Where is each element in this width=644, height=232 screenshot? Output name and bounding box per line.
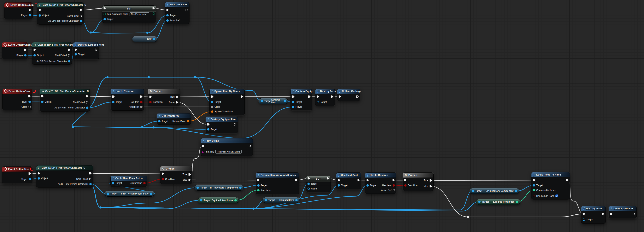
pin-out[interactable]: Equiped Item: [271, 98, 286, 104]
exec-pin-icon[interactable]: [327, 177, 329, 180]
pin-in[interactable]: Target: [200, 199, 210, 202]
exec-pin-icon[interactable]: [89, 172, 92, 174]
pin-asbp[interactable]: As BP First Person Character: [36, 60, 70, 63]
exec-pin-icon[interactable]: [68, 54, 70, 57]
object-pin-icon[interactable]: [104, 18, 106, 20]
exec-pin-icon[interactable]: [104, 7, 106, 10]
pin-in[interactable]: Target: [196, 186, 207, 189]
pin-execout[interactable]: [240, 95, 243, 98]
node-collect1[interactable]: ƒCollect Garbage: [337, 88, 360, 101]
pin-execout[interactable]: [632, 213, 635, 215]
pin-execin[interactable]: [533, 179, 535, 181]
node-header[interactable]: ↦Cast To BP_FirstPersonCharacter_C: [32, 42, 72, 47]
exec-pin-icon[interactable]: [34, 48, 36, 51]
node-header[interactable]: ƒCollect Garbage: [337, 89, 360, 94]
pin-execout[interactable]: [566, 179, 568, 181]
object-pin-icon[interactable]: [261, 100, 263, 102]
pin-execin[interactable]: [338, 179, 340, 181]
pin-out[interactable]: First Person Player State: [121, 192, 152, 195]
pin-castfailed[interactable]: Cast Failed: [76, 178, 92, 180]
pin-execin[interactable]: [211, 95, 214, 98]
variable-node-inv_pill2[interactable]: TargetBP Inventory Component: [470, 188, 519, 194]
variable-node-self[interactable]: Self: [132, 36, 157, 42]
pin-object[interactable]: Object: [39, 14, 49, 17]
node-header[interactable]: ƒCollect Garbage: [609, 206, 636, 211]
pin-out[interactable]: BP Inventory Component: [210, 186, 242, 189]
node-cast1[interactable]: ↦Cast To BP_FirstPersonCharacter_CObject…: [37, 2, 84, 24]
node-header[interactable]: ƒSwap To Hand: [165, 2, 189, 7]
variable-node-idx_pill2[interactable]: TargetEquiped Item Index: [476, 199, 520, 205]
object-pin-icon[interactable]: [292, 101, 294, 103]
node-equip[interactable]: ƒEquip Items To HandTargetConsumable Ind…: [531, 172, 570, 200]
node-destroy2[interactable]: ƒDestroy Equiped ItemTarget: [206, 116, 238, 134]
pin-actorref[interactable]: Actor Ref: [166, 19, 180, 22]
node-header[interactable]: ƒSpawn Item By Class: [210, 89, 244, 94]
exec-pin-icon[interactable]: [68, 48, 70, 51]
pin-execin[interactable]: [292, 95, 294, 98]
int-pin-icon[interactable]: [257, 189, 260, 192]
red-bind-box-icon[interactable]: [33, 90, 36, 92]
pin-execout[interactable]: [331, 95, 334, 98]
enum-pin-icon[interactable]: [104, 13, 106, 15]
node-header[interactable]: Event OnItemUnequip: [2, 42, 28, 47]
exec-pin-icon[interactable]: [404, 179, 407, 181]
object-pin-icon[interactable]: [211, 101, 213, 103]
pin-object[interactable]: Object: [38, 177, 48, 180]
transform-pin-icon[interactable]: [187, 120, 189, 122]
pin-hasitem[interactable]: Has Item: [130, 101, 142, 104]
object-pin-icon[interactable]: [583, 218, 585, 221]
pin-execin[interactable]: [149, 96, 152, 98]
object-pin-icon[interactable]: [338, 184, 340, 186]
exec-pin-icon[interactable]: [308, 95, 310, 98]
node-use_heat[interactable]: ƒUse Heat PackTarget: [336, 172, 362, 189]
exec-pin-icon[interactable]: [430, 179, 432, 182]
exec-pin-icon[interactable]: [249, 144, 251, 147]
node-spawn[interactable]: ƒSpawn Item By ClassTargetClassSpawn Tra…: [210, 88, 245, 116]
bool-pin-icon[interactable]: [392, 184, 395, 186]
pin-target[interactable]: Target: [257, 184, 267, 187]
exec-pin-icon[interactable]: [317, 95, 319, 98]
pin-execin[interactable]: [75, 48, 77, 51]
node-destroyactor1[interactable]: ƒDestroyActorTarget: [315, 88, 335, 106]
object-pin-icon[interactable]: [107, 192, 109, 195]
pin-player[interactable]: Player: [21, 178, 31, 180]
node-header[interactable]: ↻Branch: [160, 166, 192, 171]
pin-value-field[interactable]: NewEnumerator1: [130, 12, 149, 16]
bool-pin-icon[interactable]: [149, 101, 152, 103]
node-header[interactable]: ↦Cast To BP_FirstPersonCharacter_C: [37, 2, 84, 8]
node-get_transform[interactable]: ƒGet TransformTargetReturn Value: [157, 113, 191, 125]
pin-execin[interactable]: [41, 95, 44, 98]
object-pin-icon[interactable]: [533, 184, 535, 186]
blueprint-graph-canvas[interactable]: Event OnItemEquipPlayer↦Cast To BP_First…: [0, 0, 644, 232]
exec-pin-icon[interactable]: [28, 172, 31, 175]
pin-false[interactable]: False: [423, 185, 432, 188]
pin-ret[interactable]: Return Value: [129, 182, 146, 184]
pin-object[interactable]: Object: [41, 100, 52, 103]
object-pin-icon[interactable]: [89, 183, 92, 185]
exec-pin-icon[interactable]: [257, 179, 260, 181]
exec-pin-icon[interactable]: [202, 144, 204, 147]
pin-in[interactable]: Target: [472, 190, 482, 192]
node-header[interactable]: SET: [102, 6, 156, 12]
variable-node-fp_state[interactable]: TargetFirst Person Player State: [105, 191, 154, 196]
pin-out[interactable]: Equiped Item: [280, 199, 298, 202]
exec-pin-icon[interactable]: [28, 9, 31, 11]
object-pin-icon[interactable]: [257, 184, 260, 186]
pin-class[interactable]: Class: [22, 106, 31, 108]
exec-pin-icon[interactable]: [533, 179, 535, 181]
node-print[interactable]: ƒPrint StringIn StringHeatPack Already a…: [200, 138, 253, 156]
object-pin-icon[interactable]: [207, 128, 210, 130]
pin-actortref[interactable]: Actort Ref: [129, 106, 142, 108]
object-pin-icon[interactable]: [41, 101, 44, 103]
node-collect2[interactable]: ƒCollect Garbage: [608, 206, 637, 218]
pin-enumout[interactable]: [152, 12, 155, 15]
object-pin-icon[interactable]: [295, 199, 298, 201]
exec-pin-icon[interactable]: [38, 172, 40, 174]
node-cast4[interactable]: ↦Cast To BP_FirstPersonCharacter_CObject…: [36, 165, 93, 188]
class-pin-icon[interactable]: [211, 106, 213, 108]
pin-instring[interactable]: In StringHeatPack Already active: [202, 150, 242, 154]
pin-player[interactable]: Player: [21, 14, 31, 17]
pin-true[interactable]: True: [424, 179, 432, 182]
pin-target[interactable]: Target: [308, 182, 317, 185]
object-pin-icon[interactable]: [158, 120, 160, 122]
